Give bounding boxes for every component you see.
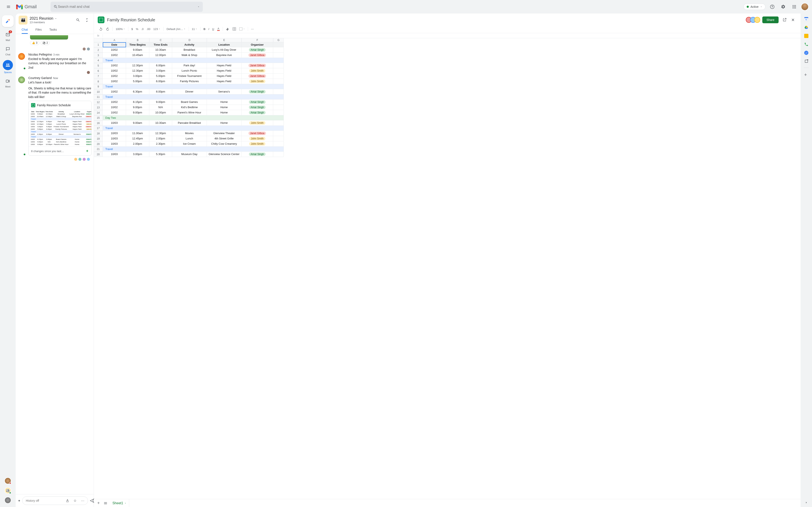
rail-avatar-1[interactable] [4, 477, 11, 484]
cell[interactable]: 10/02 [103, 105, 126, 110]
account-avatar[interactable] [801, 3, 809, 11]
nav-spaces[interactable]: Spaces [1, 59, 14, 76]
fill-color-button[interactable] [224, 26, 231, 32]
cell[interactable]: Family Pictures [172, 79, 207, 84]
cell[interactable]: 9.00am [126, 120, 149, 126]
cell[interactable]: 5.00pm [149, 73, 172, 79]
cell[interactable]: 9.00pm [126, 110, 149, 115]
emoji-icon[interactable]: ☺ [72, 499, 78, 503]
help-button[interactable] [768, 3, 776, 11]
sheets-logo-icon[interactable] [98, 16, 104, 23]
cell[interactable]: Dinner [172, 89, 207, 95]
extensions-icon[interactable] [804, 59, 808, 63]
row-head[interactable]: 15 [94, 115, 103, 120]
settings-button[interactable] [779, 3, 788, 11]
row-head[interactable]: 19 [94, 136, 103, 141]
cell[interactable]: 10.30am [149, 47, 172, 53]
nav-meet[interactable]: Meet [1, 76, 14, 90]
cell[interactable]: 9.00pm [149, 100, 172, 105]
drive-icon[interactable] [804, 25, 808, 30]
cell[interactable]: Ice Cream [172, 141, 207, 147]
cell[interactable]: 10/02 [103, 47, 126, 53]
bold-button[interactable]: B [202, 26, 207, 32]
section-cell[interactable]: Travel [103, 58, 284, 63]
cell[interactable]: Breakfast [172, 47, 207, 53]
cell[interactable]: 10/03 [103, 141, 126, 147]
cell[interactable]: Hayes Field [207, 79, 242, 84]
keep-icon[interactable] [804, 34, 808, 38]
cell[interactable] [273, 53, 284, 58]
cell[interactable]: 10.30am [149, 120, 172, 126]
col-head[interactable]: G [273, 38, 284, 42]
cell[interactable] [273, 47, 284, 53]
chevron-down-icon[interactable] [55, 17, 57, 20]
zoom-select[interactable]: 100% [114, 26, 126, 32]
cell[interactable]: 11.00am [126, 131, 149, 136]
header-cell[interactable]: Time Begins [126, 42, 149, 47]
cell[interactable]: 12.45pm [126, 136, 149, 141]
number-format-button[interactable]: 123 [152, 26, 162, 32]
row-head[interactable]: 17 [94, 126, 103, 131]
row-head[interactable]: 11 [94, 95, 103, 100]
row-head[interactable]: 7 [94, 73, 103, 79]
row-head[interactable]: 18 [94, 131, 103, 136]
tasks-icon[interactable] [804, 51, 808, 55]
chat-input[interactable]: A ☺ ⋯ [22, 496, 88, 505]
all-sheets-button[interactable] [102, 500, 109, 506]
cell[interactable]: N/A [149, 105, 172, 110]
underline-button[interactable]: U [211, 26, 215, 32]
tab-files[interactable]: Files [32, 26, 46, 34]
main-menu-button[interactable] [3, 2, 13, 12]
cell[interactable]: 2.30pm [149, 141, 172, 147]
cell[interactable]: Chilly Cow Creamery [207, 141, 242, 147]
cell[interactable] [273, 136, 284, 141]
cell[interactable]: 5.30pm [149, 152, 172, 157]
italic-button[interactable]: I [207, 26, 211, 32]
sheet-tab[interactable]: Sheet1 [110, 499, 130, 507]
section-cell[interactable]: Travel [103, 126, 284, 131]
cell[interactable] [273, 79, 284, 84]
rail-avatar-2[interactable]: ⚽ [4, 487, 11, 494]
col-head[interactable]: D [172, 38, 207, 42]
search-bar[interactable] [51, 2, 203, 12]
header-cell[interactable]: Activity [172, 42, 207, 47]
cell[interactable]: Hayes Field [207, 73, 242, 79]
avatar-nicolas[interactable] [18, 53, 26, 60]
row-head[interactable]: 2 [94, 47, 103, 53]
cell[interactable]: Amar Singh [242, 110, 273, 115]
cell[interactable]: Lucy's All-Day Diner [207, 47, 242, 53]
cell[interactable]: 10/02 [103, 53, 126, 58]
merge-button[interactable] [238, 26, 246, 32]
decimal-inc-button[interactable]: .00 [145, 26, 152, 32]
cell[interactable]: 2.00pm [126, 141, 149, 147]
row-head[interactable]: 8 [94, 79, 103, 84]
spreadsheet-grid[interactable]: ABCDEFG1DateTime BeginsTime EndsActivity… [94, 38, 801, 157]
header-cell[interactable]: Date [103, 42, 126, 47]
undo-button[interactable] [98, 26, 104, 32]
cell[interactable]: Home [207, 110, 242, 115]
cell[interactable]: Serrano's [207, 89, 242, 95]
row-head[interactable]: 5 [94, 63, 103, 68]
collapse-panel-button[interactable] [804, 501, 808, 504]
cell[interactable]: 6.00pm [149, 63, 172, 68]
collapse-button[interactable] [83, 16, 91, 24]
add-panel-button[interactable]: + [804, 72, 808, 76]
font-select[interactable]: Default (Ari… [165, 26, 187, 32]
space-title[interactable]: 2021 Reunion [30, 16, 53, 21]
row-head[interactable]: 13 [94, 105, 103, 110]
cell[interactable] [273, 131, 284, 136]
cell[interactable]: 2.00pm [149, 136, 172, 141]
cell[interactable]: Home [207, 105, 242, 110]
row-head[interactable]: 20 [94, 141, 103, 147]
cell[interactable]: 6.30pm [126, 89, 149, 95]
cell[interactable]: Lunch [172, 136, 207, 141]
cell[interactable]: Janet Gilboa [242, 53, 273, 58]
search-input[interactable] [58, 5, 197, 9]
reaction-soccer[interactable]: ⚽2 [41, 41, 50, 45]
percent-button[interactable]: % [135, 26, 140, 32]
section-cell[interactable]: Travel [103, 147, 284, 152]
cell[interactable]: Lunch Picnic [172, 68, 207, 73]
row-head[interactable]: 10 [94, 89, 103, 95]
row-head[interactable]: 4 [94, 58, 103, 63]
decimal-dec-button[interactable]: .0 [140, 26, 145, 32]
